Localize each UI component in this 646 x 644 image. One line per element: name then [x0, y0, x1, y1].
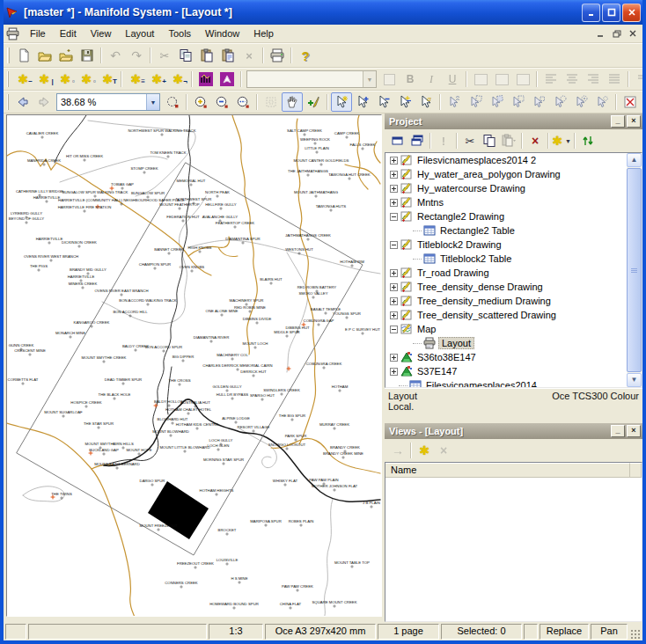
refresh-green-button[interactable]: [578, 132, 598, 150]
toolbar-grip[interactable]: [7, 48, 10, 63]
align-justify-button[interactable]: [604, 70, 625, 89]
views-panel-caption[interactable]: Views - [Layout] _ ×: [385, 423, 642, 439]
delete-red-button[interactable]: ×: [525, 132, 545, 150]
views-list[interactable]: Name: [385, 462, 642, 622]
tree-expand-plus-icon[interactable]: [390, 171, 398, 179]
tree-scrollbar[interactable]: ▲ ▼: [627, 153, 642, 387]
align-right-button[interactable]: [583, 70, 604, 89]
tree-expand-plus-icon[interactable]: [390, 354, 398, 362]
legend-purple-button[interactable]: [195, 70, 217, 89]
pan-hand-button[interactable]: [282, 92, 303, 112]
arrow-right-button[interactable]: →: [388, 442, 407, 459]
save-button[interactable]: [77, 46, 98, 65]
toolbar-grip[interactable]: [7, 94, 9, 110]
tree-expand-minus-icon[interactable]: [390, 326, 398, 333]
paste-button[interactable]: [196, 46, 217, 65]
tree-item-s37e147[interactable]: S37E147: [385, 364, 627, 378]
cursor-new-button[interactable]: [331, 92, 352, 112]
box3-button[interactable]: [512, 70, 533, 89]
tree-expand-plus-icon[interactable]: [390, 269, 398, 277]
views-list-body[interactable]: [385, 478, 642, 621]
cut-small-button[interactable]: ✂: [460, 132, 480, 150]
layout-map-view[interactable]: CAVALIER CREEKNORTHWEST SPUR WALKING TRA…: [6, 114, 382, 617]
new-page-button[interactable]: [13, 46, 34, 65]
scroll-down-icon[interactable]: ▼: [627, 373, 642, 387]
paste-drop-button[interactable]: [499, 132, 518, 150]
star-drop-button[interactable]: ✱▼: [552, 132, 571, 150]
star-plus-button[interactable]: ✱+: [146, 70, 167, 89]
tree-item-rectangle2-table[interactable]: Rectangle2 Table: [385, 223, 627, 238]
tree-expand-plus-icon[interactable]: [390, 199, 398, 207]
sel-circle-button[interactable]: [162, 92, 183, 112]
menu-view[interactable]: View: [84, 26, 119, 40]
tree-item-label[interactable]: S36to38E147: [415, 352, 478, 362]
tree-item-hy-water-area-polygon-drawing[interactable]: Hy_water_area_polygon Drawing: [385, 167, 627, 181]
back-button[interactable]: [12, 92, 33, 112]
menu-edit[interactable]: Edit: [53, 26, 84, 40]
star-line-button[interactable]: ✱|: [33, 70, 55, 89]
lasso-touch-button[interactable]: [444, 92, 465, 112]
tree-expand-minus-icon[interactable]: [390, 241, 398, 249]
add-pen-button[interactable]: [303, 92, 324, 112]
star-text-button[interactable]: ✱T: [97, 70, 118, 89]
align-left-button[interactable]: [540, 70, 562, 89]
tree-item-tree-density-scattered-drawing[interactable]: Tree_density_scattered Drawing: [385, 308, 627, 322]
star-small-button[interactable]: ✱: [415, 442, 434, 459]
win-cascade-button[interactable]: [407, 132, 427, 150]
tree-expand-plus-icon[interactable]: [390, 297, 398, 305]
tree-item-label[interactable]: Layout: [438, 337, 474, 349]
tree-item-label[interactable]: Tr_road Drawing: [415, 267, 491, 278]
minimize-button[interactable]: [582, 4, 600, 22]
sel-circ1-button[interactable]: [549, 92, 570, 112]
zoom-out-button[interactable]: [211, 92, 232, 112]
tree-expand-plus-icon[interactable]: [390, 283, 398, 291]
bold-button[interactable]: B: [400, 70, 421, 89]
mdi-close-button[interactable]: [625, 27, 640, 40]
grid-sel-button[interactable]: [261, 92, 282, 112]
tree-item-label[interactable]: Filesvicnamesplaces2014: [424, 380, 539, 387]
cursor-sub-button[interactable]: [373, 92, 394, 112]
box2-button[interactable]: [491, 70, 512, 89]
close-button[interactable]: [622, 4, 641, 22]
menu-window[interactable]: Window: [198, 26, 246, 40]
tree-item-filesvicnamesplaces2014[interactable]: Filesvicnamesplaces2014: [385, 378, 627, 387]
project-tree[interactable]: Filesvicnamesplaces2014 2Hy_water_area_p…: [385, 152, 642, 388]
x-gray-button[interactable]: ×: [434, 442, 453, 459]
menu-tools[interactable]: Tools: [161, 26, 198, 40]
tree-expand-plus-icon[interactable]: [390, 157, 398, 165]
mdi-minimize-button[interactable]: [593, 27, 608, 40]
delete-button[interactable]: ×: [239, 46, 260, 65]
print-button[interactable]: [267, 46, 288, 65]
copy-small-button[interactable]: [480, 132, 499, 150]
win-one-button[interactable]: [388, 132, 407, 150]
tree-item-label[interactable]: Titleblock2 Drawing: [415, 239, 503, 250]
box1-button[interactable]: [470, 70, 491, 89]
zoom-in-button[interactable]: [190, 92, 211, 112]
cursor-toggle-button[interactable]: [394, 92, 415, 112]
scroll-thumb[interactable]: [627, 168, 642, 372]
tree-item-label[interactable]: Filesvicnamesplaces2014 2: [415, 155, 538, 165]
tree-item-titleblock2-table[interactable]: Titleblock2 Table: [385, 252, 627, 266]
tree-item-label[interactable]: Mntns: [415, 197, 445, 208]
tree-item-tree-density-dense-drawing[interactable]: Tree_density_dense Drawing: [385, 280, 627, 294]
views-minimize-button[interactable]: _: [611, 425, 625, 437]
tree-item-rectangle2-drawing[interactable]: Rectangle2 Drawing: [385, 209, 627, 223]
tree-expand-plus-icon[interactable]: [390, 368, 398, 376]
tree-item-layout[interactable]: Layout: [385, 336, 627, 350]
star-rect2-button[interactable]: ✱▫: [76, 70, 97, 89]
star-neg-button[interactable]: ✱¬: [167, 70, 188, 89]
tree-item-label[interactable]: Rectangle2 Table: [438, 225, 517, 236]
layout-canvas[interactable]: CAVALIER CREEKNORTHWEST SPUR WALKING TRA…: [7, 115, 381, 616]
maximize-button[interactable]: [602, 4, 620, 22]
stop-red-button[interactable]: [620, 92, 641, 112]
zoom-level-value[interactable]: 38.68 %: [61, 97, 146, 107]
dropdown-arrow-icon[interactable]: ▼: [363, 71, 376, 87]
tree-item-label[interactable]: Tree_density_medium Drawing: [415, 296, 553, 306]
tree-expand-plus-icon[interactable]: [390, 311, 398, 319]
forward-button[interactable]: [33, 92, 55, 112]
tree-item-label[interactable]: Map: [415, 324, 437, 334]
tree-item-label[interactable]: Tree_density_dense Drawing: [415, 282, 545, 292]
star-minus-button[interactable]: ✱−: [12, 70, 33, 89]
tree-item-s36to38e147[interactable]: S36to38E147: [385, 350, 627, 364]
mdi-restore-button[interactable]: [609, 27, 624, 40]
